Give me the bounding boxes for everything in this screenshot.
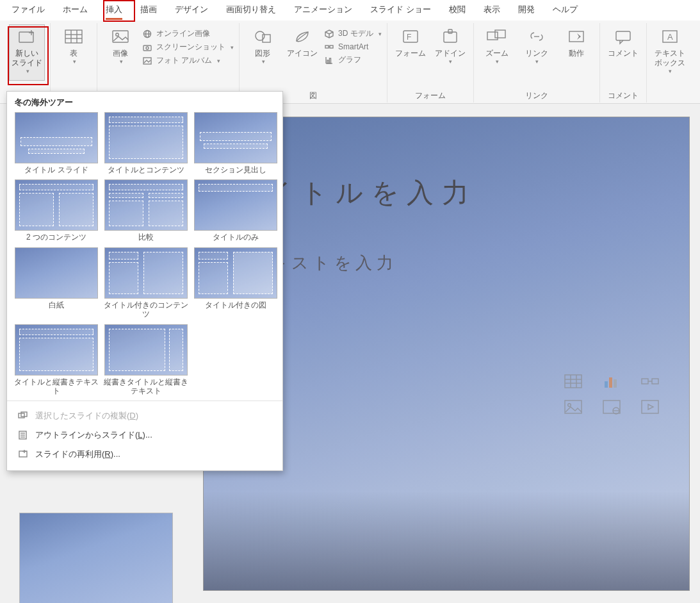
svg-marker-35 xyxy=(577,33,581,40)
comment-icon xyxy=(612,27,634,46)
tab-home[interactable]: ホーム xyxy=(54,0,97,21)
layout-content-with-caption[interactable]: タイトル付きのコンテンツ xyxy=(103,247,189,319)
link-button[interactable]: リンク xyxy=(519,24,555,65)
svg-rect-39 xyxy=(565,375,582,388)
comment-button[interactable]: コメント xyxy=(605,24,641,58)
ph-picture-icon[interactable] xyxy=(564,399,584,416)
album-icon xyxy=(142,56,152,66)
chart-label: グラフ xyxy=(338,54,361,65)
layout-title-and-content[interactable]: タイトルとコンテンツ xyxy=(103,112,189,174)
tab-slideshow[interactable]: スライド ショー xyxy=(361,0,440,21)
link-icon xyxy=(526,27,548,46)
svg-rect-20 xyxy=(325,45,329,48)
svg-marker-56 xyxy=(648,404,653,409)
svg-point-16 xyxy=(256,31,265,40)
cube-icon xyxy=(324,29,334,39)
layout-comparison[interactable]: 比較 xyxy=(103,179,189,242)
new-slide-icon xyxy=(17,29,37,47)
svg-rect-36 xyxy=(616,31,630,40)
textbox-label: テキスト ボックス xyxy=(655,49,685,68)
smartart-button[interactable]: SmartArt xyxy=(324,42,382,52)
textbox-button[interactable]: A テキスト ボックス xyxy=(652,24,688,74)
images-button[interactable]: 画像 xyxy=(102,24,138,65)
svg-rect-13 xyxy=(143,45,151,51)
layout-two-content[interactable]: 2 つのコンテンツ xyxy=(13,179,99,242)
svg-point-9 xyxy=(116,33,118,36)
thumb-slide-2[interactable] xyxy=(19,513,173,603)
layout-title-only[interactable]: タイトルのみ xyxy=(193,179,279,242)
3d-models-button[interactable]: 3D モデル xyxy=(324,28,382,39)
menu-duplicate-slide: 選択したスライドの複製(D) xyxy=(13,406,277,425)
tab-animation[interactable]: アニメーション xyxy=(285,0,361,21)
smartart-label: SmartArt xyxy=(338,42,368,51)
action-button[interactable]: 動作 xyxy=(558,24,594,58)
tab-draw[interactable]: 描画 xyxy=(131,0,166,21)
online-images-button[interactable]: オンライン画像 xyxy=(142,28,234,39)
svg-rect-3 xyxy=(65,30,82,43)
tab-review[interactable]: 校閲 xyxy=(440,0,475,21)
layout-vertical-title-text[interactable]: 縦書きタイトルと縦書きテキスト xyxy=(103,324,189,396)
svg-point-51 xyxy=(567,404,571,407)
layout-section-header[interactable]: セクション見出し xyxy=(193,112,279,174)
ph-online-picture-icon[interactable] xyxy=(602,399,623,416)
online-images-label: オンライン画像 xyxy=(156,28,210,39)
ph-table-icon[interactable] xyxy=(564,374,584,390)
svg-rect-46 xyxy=(614,379,617,388)
tab-design[interactable]: デザイン xyxy=(166,0,217,21)
shapes-button[interactable]: 図形 xyxy=(245,24,281,65)
new-slide-gallery: 冬の海外ツアー タイトル スライド タイトルとコンテンツ セクション見出し 2 … xyxy=(6,91,283,471)
layout-title-slide[interactable]: タイトル スライド xyxy=(13,112,99,174)
ph-chart-icon[interactable] xyxy=(602,374,623,390)
ph-video-icon[interactable] xyxy=(640,399,661,416)
svg-rect-52 xyxy=(603,401,620,413)
ribbon-tabs: ファイル ホーム 挿入 描画 デザイン 画面切り替え アニメーション スライド … xyxy=(0,0,700,21)
tab-help[interactable]: ヘルプ xyxy=(544,0,587,21)
group-label-forms: フォーム xyxy=(415,90,446,103)
gallery-grid: タイトル スライド タイトルとコンテンツ セクション見出し 2 つのコンテンツ … xyxy=(13,112,277,395)
content-placeholder-icons[interactable] xyxy=(564,374,663,416)
comment-label: コメント xyxy=(608,49,639,58)
svg-rect-45 xyxy=(609,377,612,388)
tab-file[interactable]: ファイル xyxy=(3,0,54,21)
action-label: 動作 xyxy=(569,49,584,58)
svg-rect-50 xyxy=(565,401,582,413)
layout-title-vertical-text[interactable]: タイトルと縦書きテキスト xyxy=(13,324,99,396)
menu-slides-from-outline[interactable]: アウトラインからスライド(L)... xyxy=(13,425,277,445)
svg-rect-32 xyxy=(495,30,505,38)
tab-active-underline xyxy=(106,18,122,20)
icons-button[interactable]: アイコン xyxy=(284,24,320,58)
photo-album-button[interactable]: フォト アルバム xyxy=(142,55,234,66)
tab-insert[interactable]: 挿入 xyxy=(97,0,131,21)
tab-transition[interactable]: 画面切り替え xyxy=(217,0,285,21)
layout-blank[interactable]: 白紙 xyxy=(13,247,99,319)
svg-rect-44 xyxy=(605,381,608,388)
images-label: 画像 xyxy=(113,49,128,58)
menu-reuse-slides[interactable]: スライドの再利用(R)... xyxy=(13,445,277,464)
zoom-button[interactable]: ズーム xyxy=(479,24,515,65)
screenshot-button[interactable]: スクリーンショット xyxy=(142,42,234,53)
gallery-theme-title: 冬の海外ツアー xyxy=(13,97,277,112)
images-icon xyxy=(110,27,131,46)
smartart-icon xyxy=(324,42,334,52)
icons-label: アイコン xyxy=(287,49,318,58)
layout-picture-with-caption[interactable]: タイトル付きの図 xyxy=(193,247,279,319)
new-slide-button[interactable]: 新しい スライド xyxy=(9,24,45,81)
zoom-icon xyxy=(486,27,508,46)
svg-rect-34 xyxy=(569,31,583,42)
leaf-icon xyxy=(291,27,313,46)
svg-text:F: F xyxy=(407,33,411,42)
addins-button[interactable]: アドイン xyxy=(432,24,468,65)
table-button[interactable]: 表 xyxy=(56,24,92,65)
group-label-comment: コメント xyxy=(608,90,639,103)
svg-rect-26 xyxy=(330,58,331,63)
group-label-links: リンク xyxy=(525,90,548,103)
svg-rect-25 xyxy=(327,60,329,63)
forms-label: フォーム xyxy=(395,49,426,58)
chart-button[interactable]: グラフ xyxy=(324,54,382,65)
screenshot-label: スクリーンショット xyxy=(156,42,225,53)
svg-rect-55 xyxy=(642,401,658,413)
tab-developer[interactable]: 開発 xyxy=(509,0,544,21)
tab-view[interactable]: 表示 xyxy=(475,0,509,21)
ph-smartart-icon[interactable] xyxy=(640,374,661,390)
forms-button[interactable]: F フォーム xyxy=(393,24,428,58)
